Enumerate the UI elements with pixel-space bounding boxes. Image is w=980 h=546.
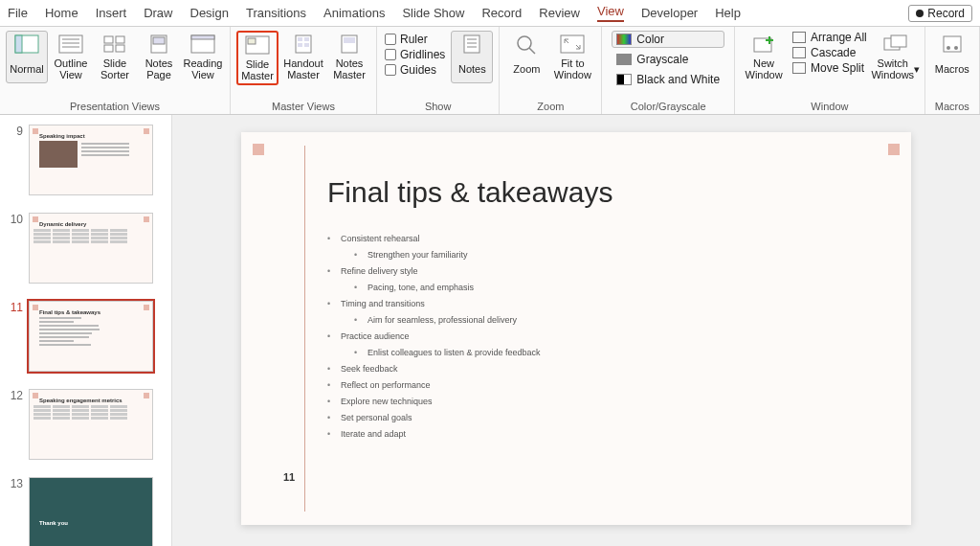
- move-split-button[interactable]: Move Split: [792, 61, 867, 75]
- thumbnail-row[interactable]: 12Speaking engagement metrics: [6, 389, 166, 460]
- notes-page-button[interactable]: Notes Page: [138, 31, 180, 83]
- svg-point-37: [954, 46, 958, 50]
- color-swatch-icon: [616, 34, 632, 45]
- slide-bullet: Pacing, tone, and emphasis: [354, 283, 882, 292]
- group-macros: Macros Macros: [925, 27, 980, 114]
- menu-review[interactable]: Review: [539, 6, 580, 20]
- color-option[interactable]: Color: [612, 31, 724, 48]
- menu-developer[interactable]: Developer: [641, 6, 698, 20]
- normal-view-icon: [13, 34, 40, 55]
- thumbnail-slide[interactable]: Dynamic delivery: [29, 213, 153, 284]
- thumbnail-number: 9: [6, 125, 23, 138]
- slide-bullet: Enlist colleagues to listen & provide fe…: [354, 348, 882, 357]
- menu-animations[interactable]: Animations: [323, 6, 385, 20]
- slide-bullet: Consistent rehearsal: [327, 234, 882, 243]
- slide-bullet-list: Consistent rehearsalStrengthen your fami…: [327, 234, 882, 439]
- ribbon: Normal Outline View Slide Sorter Notes P…: [0, 27, 980, 115]
- slide-sorter-icon: [101, 34, 128, 55]
- outline-view-button[interactable]: Outline View: [50, 31, 92, 83]
- group-zoom: Zoom Fit to Window Zoom: [500, 27, 602, 114]
- new-window-button[interactable]: New Window: [741, 31, 787, 83]
- group-master-views: Slide Master Handout Master Notes Master…: [231, 27, 377, 114]
- move-split-icon: [792, 62, 806, 74]
- zoom-button[interactable]: Zoom: [505, 31, 547, 83]
- thumbnail-number: 13: [6, 477, 23, 490]
- thumbnail-number: 11: [6, 301, 23, 314]
- bw-swatch-icon: [616, 74, 632, 85]
- menu-help[interactable]: Help: [715, 6, 741, 20]
- thumbnail-row[interactable]: 13Thank you: [6, 477, 166, 546]
- svg-rect-23: [464, 35, 479, 53]
- notes-icon: [458, 34, 485, 55]
- menu-view[interactable]: View: [597, 4, 624, 22]
- thumbnail-slide[interactable]: Thank you: [29, 477, 153, 546]
- svg-line-28: [529, 48, 535, 54]
- workspace: 9Speaking impact10Dynamic delivery11Fina…: [0, 115, 980, 546]
- slide-title: Final tips & takeaways: [327, 176, 882, 209]
- thumbnail-slide[interactable]: Speaking impact: [29, 125, 153, 195]
- slide-bullet: Strengthen your familiarity: [354, 250, 882, 260]
- slide-bullet: Explore new techniques: [327, 397, 882, 406]
- slide-bullet: Refine delivery style: [327, 266, 882, 276]
- gridlines-checkbox[interactable]: Gridlines: [385, 48, 445, 61]
- thumbnail-row[interactable]: 10Dynamic delivery: [6, 213, 166, 284]
- notes-button[interactable]: Notes: [451, 31, 493, 83]
- svg-point-27: [518, 36, 531, 50]
- cascade-button[interactable]: Cascade: [792, 46, 867, 59]
- guides-checkbox[interactable]: Guides: [385, 63, 445, 77]
- slide-bullet: Reflect on performance: [327, 380, 882, 390]
- svg-rect-17: [298, 37, 302, 41]
- arrange-all-button[interactable]: Arrange All: [792, 31, 867, 44]
- reading-view-button[interactable]: Reading View: [182, 31, 224, 83]
- svg-rect-1: [15, 35, 22, 53]
- fit-to-window-button[interactable]: Fit to Window: [549, 31, 595, 83]
- svg-rect-15: [248, 38, 256, 44]
- bw-option[interactable]: Black and White: [612, 71, 724, 88]
- menu-insert[interactable]: Insert: [96, 6, 127, 20]
- menu-slide-show[interactable]: Slide Show: [402, 6, 464, 20]
- thumbnail-row[interactable]: 9Speaking impact: [6, 125, 166, 195]
- macros-button[interactable]: Macros: [931, 31, 973, 83]
- group-label: Show: [425, 101, 452, 112]
- thumbnail-slide[interactable]: Final tips & takeaways: [29, 301, 153, 372]
- normal-view-button[interactable]: Normal: [6, 31, 48, 83]
- menu-home[interactable]: Home: [45, 6, 78, 20]
- svg-rect-35: [944, 36, 961, 52]
- new-window-icon: [750, 34, 777, 55]
- menu-file[interactable]: File: [8, 6, 28, 20]
- thumbnail-slide[interactable]: Speaking engagement metrics: [29, 389, 153, 460]
- handout-master-icon: [290, 34, 317, 55]
- svg-rect-8: [104, 45, 113, 52]
- menu-record[interactable]: Record: [481, 6, 522, 20]
- menu-transitions[interactable]: Transitions: [246, 6, 306, 20]
- menu-design[interactable]: Design: [190, 6, 229, 20]
- zoom-icon: [513, 34, 540, 55]
- grayscale-swatch-icon: [616, 54, 632, 65]
- group-label: Zoom: [537, 101, 564, 112]
- current-slide[interactable]: Final tips & takeaways Consistent rehear…: [241, 132, 911, 525]
- switch-windows-button[interactable]: Switch Windows ▾: [873, 31, 919, 83]
- cascade-icon: [792, 47, 806, 58]
- group-presentation-views: Normal Outline View Slide Sorter Notes P…: [0, 27, 231, 114]
- thumbnail-number: 10: [6, 213, 23, 226]
- svg-point-36: [947, 46, 950, 50]
- grayscale-option[interactable]: Grayscale: [612, 51, 724, 68]
- svg-rect-22: [344, 37, 355, 43]
- record-dot-icon: [916, 10, 924, 17]
- switch-windows-icon: [882, 34, 909, 55]
- group-label: Presentation Views: [70, 101, 160, 112]
- corner-decoration: [888, 144, 900, 155]
- slide-sorter-button[interactable]: Slide Sorter: [94, 31, 136, 83]
- thumbnail-row[interactable]: 11Final tips & takeaways: [6, 301, 166, 372]
- record-button[interactable]: Record: [908, 5, 972, 22]
- outline-view-icon: [57, 34, 84, 55]
- thumbnail-panel[interactable]: 9Speaking impact10Dynamic delivery11Fina…: [0, 115, 172, 546]
- fit-to-window-icon: [559, 34, 586, 55]
- ruler-checkbox[interactable]: Ruler: [385, 33, 445, 46]
- slide-bullet: Practice audience: [327, 331, 882, 341]
- slide-bullet: Set personal goals: [327, 413, 882, 422]
- handout-master-button[interactable]: Handout Master: [280, 31, 326, 83]
- slide-master-button[interactable]: Slide Master: [236, 31, 278, 85]
- notes-master-button[interactable]: Notes Master: [328, 31, 370, 83]
- menu-draw[interactable]: Draw: [144, 6, 172, 20]
